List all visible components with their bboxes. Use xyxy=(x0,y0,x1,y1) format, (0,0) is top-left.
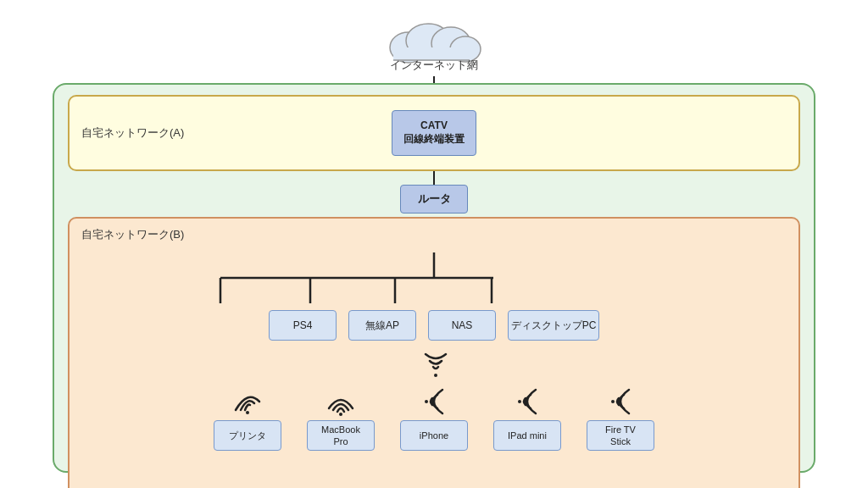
router-label: ルータ xyxy=(418,191,451,207)
ipad-wifi-wrap xyxy=(481,386,574,417)
connection-lines-svg xyxy=(78,252,790,303)
device-iphone: iPhone xyxy=(400,420,468,451)
macbook-wifi-icon xyxy=(326,386,356,417)
router-to-devices-lines xyxy=(78,252,790,303)
router-box: ルータ xyxy=(400,185,468,214)
svg-point-16 xyxy=(518,400,521,403)
device-musen-ap: 無線AP xyxy=(348,310,416,341)
wifi-icons-row xyxy=(201,386,667,417)
device-firestick: Fire TVStick xyxy=(587,420,654,451)
device-macbook-label: MacBookPro xyxy=(321,424,360,448)
firestick-wifi-wrap xyxy=(574,386,667,417)
device-ipad: IPad mini xyxy=(493,420,561,451)
ap-signal-icon-wrap xyxy=(402,347,470,378)
printer-wifi-wrap xyxy=(201,386,294,417)
device-ps4-label: PS4 xyxy=(293,319,313,331)
network-b: 自宅ネットワーク(B) xyxy=(68,217,800,488)
svg-point-12 xyxy=(434,374,437,377)
devices-row1: PS4 無線AP NAS ディスクトップPC xyxy=(269,310,599,341)
svg-point-15 xyxy=(425,400,428,403)
device-firestick-label: Fire TVStick xyxy=(605,424,636,448)
device-nas-label: NAS xyxy=(452,319,473,331)
devices-row2: プリンタ MacBookPro iPhone IPad mini Fire TV… xyxy=(201,420,667,451)
device-iphone-label: iPhone xyxy=(420,430,448,441)
internet-cloud-area: インターネット網 xyxy=(370,15,498,73)
ap-signal-icon xyxy=(419,347,453,378)
device-ipad-label: IPad mini xyxy=(508,430,547,441)
line-internet-to-catv xyxy=(433,76,435,83)
network-b-label: 自宅ネットワーク(B) xyxy=(81,227,184,242)
network-a-label: 自宅ネットワーク(A) xyxy=(81,125,184,141)
firestick-wifi-icon xyxy=(605,386,636,417)
ipad-wifi-icon xyxy=(512,386,542,417)
ap-signal-area xyxy=(78,347,790,378)
iphone-wifi-icon xyxy=(419,386,449,417)
internet-label: インターネット網 xyxy=(390,58,478,73)
svg-point-13 xyxy=(246,411,249,414)
device-desktop-pc: ディスクトップPC xyxy=(508,310,599,341)
device-printer-label: プリンタ xyxy=(229,430,266,442)
catv-label: CATV回線終端装置 xyxy=(403,119,465,146)
network-b-content: PS4 無線AP NAS ディスクトップPC xyxy=(78,227,790,451)
router-row: ルータ xyxy=(68,185,800,214)
home-container: 自宅 自宅ネットワーク(A) CATV回線終端装置 ルータ 自宅ネットワーク(B… xyxy=(53,83,815,473)
device-printer: プリンタ xyxy=(214,420,281,451)
catv-box: CATV回線終端装置 xyxy=(392,110,476,156)
device-macbook: MacBookPro xyxy=(307,420,375,451)
device-nas: NAS xyxy=(428,310,496,341)
device-musen-ap-label: 無線AP xyxy=(365,319,399,333)
diagram: インターネット網 自宅 自宅ネットワーク(A) CATV回線終端装置 ルータ 自… xyxy=(27,15,841,473)
svg-point-14 xyxy=(339,413,342,416)
network-a: 自宅ネットワーク(A) CATV回線終端装置 xyxy=(68,95,800,171)
device-ps4: PS4 xyxy=(269,310,337,341)
line-catv-to-router xyxy=(433,171,435,185)
device-desktop-pc-label: ディスクトップPC xyxy=(511,319,597,333)
svg-point-17 xyxy=(611,400,615,403)
printer-wifi-icon xyxy=(232,386,263,417)
iphone-wifi-wrap xyxy=(387,386,481,417)
macbook-wifi-wrap xyxy=(294,386,387,417)
